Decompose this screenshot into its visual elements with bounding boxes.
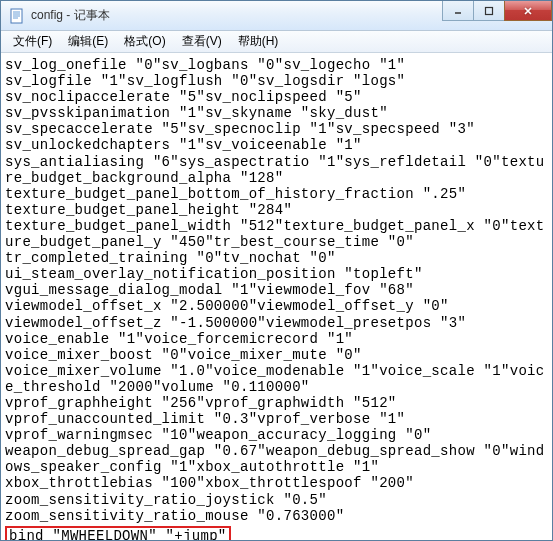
titlebar[interactable]: config - 记事本	[1, 1, 552, 31]
menu-view[interactable]: 查看(V)	[174, 31, 230, 52]
menu-help[interactable]: 帮助(H)	[230, 31, 287, 52]
close-button[interactable]	[504, 1, 552, 21]
menubar: 文件(F) 编辑(E) 格式(O) 查看(V) 帮助(H)	[1, 31, 552, 53]
text-area[interactable]: sv_log_onefile "0"sv_logbans "0"sv_logec…	[1, 53, 552, 540]
menu-edit[interactable]: 编辑(E)	[60, 31, 116, 52]
window-title: config - 记事本	[31, 7, 443, 24]
config-text[interactable]: sv_log_onefile "0"sv_logbans "0"sv_logec…	[5, 57, 546, 524]
menu-file[interactable]: 文件(F)	[5, 31, 60, 52]
window-controls	[443, 1, 552, 30]
notepad-icon	[9, 8, 25, 24]
maximize-button[interactable]	[473, 1, 505, 21]
menu-format[interactable]: 格式(O)	[116, 31, 173, 52]
svg-rect-6	[486, 7, 493, 14]
minimize-button[interactable]	[442, 1, 474, 21]
notepad-window: config - 记事本 文件(F) 编辑(E) 格式(O) 查看(V) 帮助(…	[0, 0, 553, 541]
highlighted-line[interactable]: bind "MWHEELDOWN" "+jump"	[5, 526, 231, 540]
